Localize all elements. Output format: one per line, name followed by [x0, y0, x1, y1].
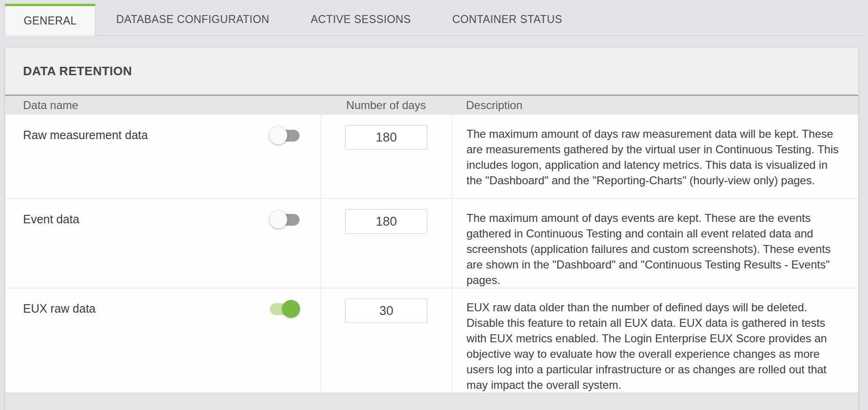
row-label-event-data: Event data: [23, 212, 79, 226]
eux-raw-data-toggle[interactable]: [270, 303, 300, 315]
event-data-toggle[interactable]: [270, 214, 300, 226]
event-data-days-input[interactable]: [345, 209, 427, 234]
tab-container-status-label: CONTAINER STATUS: [452, 13, 562, 26]
panel-header: DATA RETENTION: [5, 47, 858, 95]
table-row: EUX raw data EUX raw data older than the…: [5, 288, 858, 393]
tab-general[interactable]: GENERAL: [5, 4, 95, 36]
settings-tab-bar: GENERAL DATABASE CONFIGURATION ACTIVE SE…: [5, 0, 863, 36]
tab-active-sessions-label: ACTIVE SESSIONS: [311, 13, 411, 26]
column-header-data-name: Data name: [5, 99, 320, 112]
row-description: The maximum amount of days raw measureme…: [466, 126, 839, 188]
toggle-knob: [282, 300, 300, 318]
eux-raw-days-input[interactable]: [345, 299, 427, 323]
row-description: EUX raw data older than the number of de…: [466, 300, 839, 393]
table-row: Event data The maximum amount of days ev…: [5, 198, 858, 288]
raw-measurement-data-toggle[interactable]: [270, 130, 300, 142]
toggle-knob: [269, 211, 287, 229]
data-retention-table: Raw measurement data The maximum amount …: [5, 115, 858, 393]
row-label-raw-measurement-data: Raw measurement data: [23, 128, 148, 142]
toggle-knob: [269, 126, 287, 144]
data-retention-panel: DATA RETENTION Data name Number of days …: [5, 47, 859, 410]
tab-database-configuration[interactable]: DATABASE CONFIGURATION: [95, 4, 290, 35]
row-label-eux-raw-data: EUX raw data: [23, 301, 95, 315]
table-footer-strip: [5, 393, 858, 410]
column-header-description: Description: [452, 99, 858, 112]
tab-container-status[interactable]: CONTAINER STATUS: [432, 4, 583, 35]
tab-database-configuration-label: DATABASE CONFIGURATION: [116, 13, 269, 26]
row-description: The maximum amount of days events are ke…: [466, 210, 839, 288]
table-header-row: Data name Number of days Description: [5, 95, 858, 115]
tab-general-label: GENERAL: [24, 15, 77, 27]
column-header-number-of-days: Number of days: [320, 99, 452, 112]
tab-active-sessions[interactable]: ACTIVE SESSIONS: [290, 4, 432, 35]
section-title: DATA RETENTION: [23, 64, 132, 79]
raw-measurement-days-input[interactable]: [345, 125, 427, 150]
table-row: Raw measurement data The maximum amount …: [5, 115, 858, 198]
